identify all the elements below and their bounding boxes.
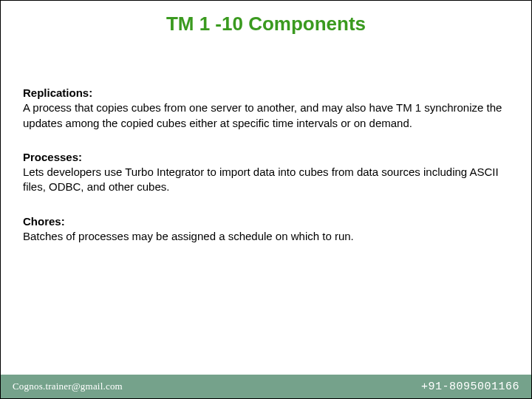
page-title: TM 1 -10 Components [1, 1, 531, 41]
footer-email: Cognos.trainer@gmail.com [13, 381, 123, 392]
section-body: Lets developers use Turbo Integrator to … [23, 165, 509, 195]
section-heading: Replications: [23, 86, 509, 100]
section-heading: Chores: [23, 214, 509, 229]
slide: TM 1 -10 Components Replications: A proc… [1, 1, 531, 398]
content-area: Replications: A process that copies cube… [1, 41, 531, 263]
section-processes: Processes: Lets developers use Turbo Int… [23, 150, 509, 195]
footer-phone: +91-8095001166 [421, 381, 519, 393]
footer-bar: Cognos.trainer@gmail.com +91-8095001166 [1, 375, 531, 398]
section-body: Batches of processes may be assigned a s… [23, 229, 509, 244]
section-body: A process that copies cubes from one ser… [23, 100, 509, 131]
section-chores: Chores: Batches of processes may be assi… [23, 214, 509, 245]
section-replications: Replications: A process that copies cube… [23, 86, 509, 131]
section-heading: Processes: [23, 150, 509, 165]
